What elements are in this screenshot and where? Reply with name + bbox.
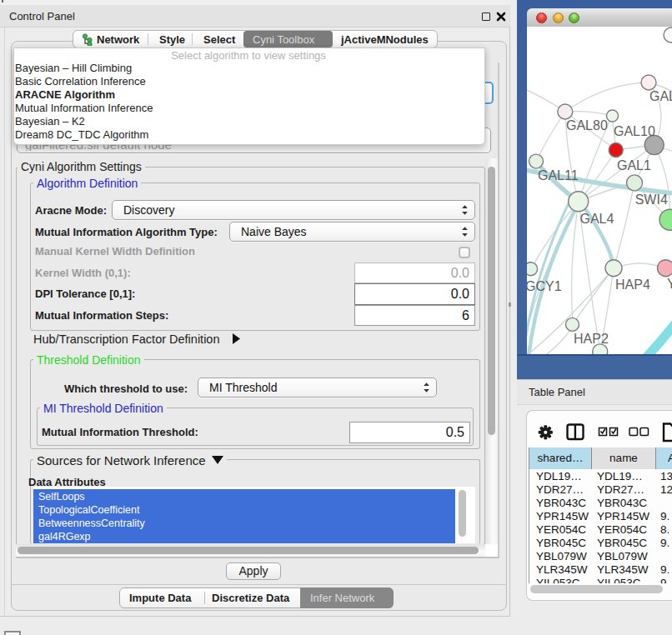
svg-text:GAL10: GAL10 <box>614 124 655 138</box>
svg-text:HAP2: HAP2 <box>574 332 609 346</box>
svg-text:GAL11: GAL11 <box>538 168 579 182</box>
svg-text:GCY1: GCY1 <box>527 279 562 293</box>
svg-text:GAL4: GAL4 <box>580 212 614 226</box>
svg-text:HAP4: HAP4 <box>615 278 650 292</box>
svg-text:GAL80: GAL80 <box>566 118 608 132</box>
svg-text:GAL7: GAL7 <box>649 89 672 103</box>
svg-text:YJ: YJ <box>667 277 672 291</box>
svg-text:SWI4: SWI4 <box>635 192 668 207</box>
svg-text:GAL1: GAL1 <box>617 158 651 172</box>
